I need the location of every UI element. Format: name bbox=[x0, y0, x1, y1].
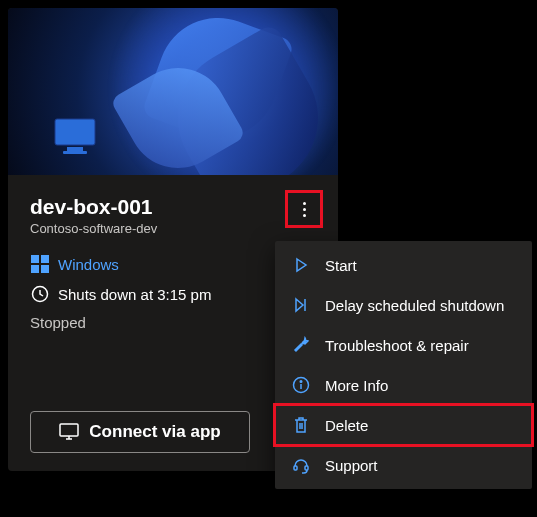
os-label: Windows bbox=[58, 256, 119, 273]
devbox-thumbnail bbox=[8, 8, 338, 175]
svg-rect-6 bbox=[31, 265, 39, 273]
menu-item-troubleshoot[interactable]: Troubleshoot & repair bbox=[275, 325, 532, 365]
svg-rect-9 bbox=[60, 424, 78, 436]
clock-icon bbox=[30, 284, 50, 304]
svg-rect-0 bbox=[55, 119, 95, 145]
devbox-subtitle: Contoso-software-dev bbox=[30, 221, 316, 236]
menu-item-start[interactable]: Start bbox=[275, 245, 532, 285]
svg-rect-4 bbox=[31, 255, 39, 263]
monitor-icon bbox=[53, 117, 97, 157]
svg-rect-2 bbox=[67, 147, 83, 151]
menu-item-delay[interactable]: Delay scheduled shutdown bbox=[275, 285, 532, 325]
devbox-title: dev-box-001 bbox=[30, 195, 316, 219]
menu-item-moreinfo[interactable]: More Info bbox=[275, 365, 532, 405]
connect-label: Connect via app bbox=[89, 422, 220, 442]
menu-item-label: More Info bbox=[325, 377, 388, 394]
context-menu: Start Delay scheduled shutdown Troublesh… bbox=[275, 241, 532, 489]
menu-item-label: Support bbox=[325, 457, 378, 474]
svg-rect-12 bbox=[294, 466, 297, 470]
menu-item-delete[interactable]: Delete bbox=[275, 405, 532, 445]
shutdown-schedule: Shuts down at 3:15 pm bbox=[30, 284, 316, 304]
more-actions-button[interactable] bbox=[288, 193, 320, 225]
menu-item-label: Start bbox=[325, 257, 357, 274]
svg-point-11 bbox=[300, 381, 302, 383]
menu-item-support[interactable]: Support bbox=[275, 445, 532, 485]
svg-rect-5 bbox=[41, 255, 49, 263]
headset-icon bbox=[291, 455, 311, 475]
play-icon bbox=[291, 255, 311, 275]
windows-icon bbox=[30, 254, 50, 274]
play-next-icon bbox=[291, 295, 311, 315]
svg-rect-7 bbox=[41, 265, 49, 273]
info-icon bbox=[291, 375, 311, 395]
trash-icon bbox=[291, 415, 311, 435]
os-link[interactable]: Windows bbox=[30, 254, 316, 274]
vertical-dots-icon bbox=[303, 202, 306, 217]
status-label: Stopped bbox=[30, 314, 316, 331]
menu-item-label: Troubleshoot & repair bbox=[325, 337, 469, 354]
svg-rect-13 bbox=[305, 466, 308, 470]
svg-rect-3 bbox=[63, 151, 87, 154]
shutdown-text: Shuts down at 3:15 pm bbox=[58, 286, 211, 303]
menu-item-label: Delete bbox=[325, 417, 368, 434]
connect-via-app-button[interactable]: Connect via app bbox=[30, 411, 250, 453]
wrench-icon bbox=[291, 335, 311, 355]
menu-item-label: Delay scheduled shutdown bbox=[325, 297, 504, 314]
desktop-icon bbox=[59, 422, 79, 442]
